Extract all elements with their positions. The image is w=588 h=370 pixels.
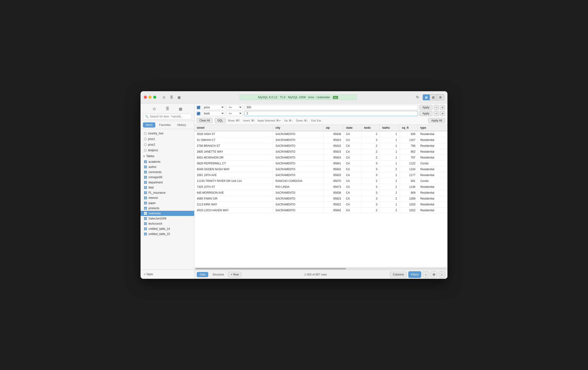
cell-baths: 1 [380,143,399,149]
table-row[interactable]: 2796 BRANCH STSACRAMENTO95815CA21796Resi… [194,143,447,149]
filter2-op-select[interactable]: >= [227,111,243,116]
table-row[interactable]: 6048 OGDEN NASH WAYSACRAMENTO95842CA3211… [194,166,447,172]
refresh-icon[interactable]: ↻ [414,94,421,101]
filter2-value-input[interactable] [244,111,418,116]
table-row[interactable]: 2113 KIRK WAYSACRAMENTO95822CA311020Resi… [194,202,447,207]
cell-baths: 1 [380,155,399,161]
prev-page-button[interactable]: ‹ [423,271,429,278]
cell-zip: 95824 [324,155,344,161]
filter1-checkbox[interactable] [197,106,200,109]
database-icon[interactable]: 🗄 [168,94,175,100]
table-row[interactable]: 2805 JANETTE WAYSACRAMENTO95815CA21852Re… [194,149,447,155]
filter2-apply-button[interactable]: Apply [419,111,432,116]
sidebar-tabs: Items Favorites History [141,121,194,129]
filter2-field-select[interactable]: beds [202,111,225,116]
sidebar-item-department[interactable]: department [141,180,194,185]
sidebar-item-academic[interactable]: academic [141,159,194,164]
table-row[interactable]: 51 OMAHA CTSACRAMENTO95823CA311167Reside… [194,137,447,143]
columns-button[interactable]: Columns [390,272,407,277]
sidebar-item-testproc[interactable]: ⬡ testproc [141,147,194,153]
cell-city: SACRAMENTO [273,172,323,178]
sidebar-item-SalesJan2009[interactable]: SalesJan2009 [141,216,194,221]
sidebar-item-proc2[interactable]: ⬡ proc2 [141,142,194,147]
search-input[interactable] [150,115,190,118]
view-toggle-icon2[interactable]: ▤ [430,95,437,100]
scroll-thumb[interactable] [195,268,346,269]
filter2-checkbox[interactable] [197,112,200,115]
grid-icon[interactable]: ▦ [178,106,184,112]
navigate-up-icon[interactable]: ⊙ [151,106,158,112]
cell-sq_ft: 852 [399,149,418,155]
filter1-value-input[interactable] [244,105,418,110]
table-row[interactable]: 645 MORRISON AVESACRAMENTO95838CA32909Re… [194,190,447,196]
section-arrow: ▼ [143,155,145,158]
search-box[interactable]: 🔍 [143,114,192,119]
maximize-button[interactable] [153,96,156,99]
apply-all-button[interactable]: Apply All [428,118,445,123]
horizontal-scrollbar[interactable] [194,267,447,270]
clear-all-button[interactable]: Clear All [197,118,212,123]
table-row[interactable]: 6001 MCMAHON DRSACRAMENTO95824CA21797Res… [194,155,447,161]
table-view-icon[interactable]: ▦ [176,94,182,100]
sidebar-item-techcrunch[interactable]: techcrunch [141,221,194,226]
filters-button[interactable]: Filters [408,271,421,278]
col-header-city[interactable]: city [273,125,323,131]
col-header-beds[interactable]: beds [362,125,380,131]
scroll-track [195,268,447,269]
sidebar-item-paper[interactable]: paper [141,200,194,206]
filter2-remove-button[interactable]: − [434,111,439,116]
minimize-button[interactable] [148,96,152,99]
sidebar-item-country_hos[interactable]: ⬡ country_hos [141,131,194,136]
col-header-type[interactable]: type [418,125,447,131]
view-toggle-icon3[interactable]: ⊞ [437,95,444,100]
filter1-remove-button[interactable]: − [434,105,439,110]
filter1-apply-button[interactable]: Apply [419,105,432,110]
navigate-icon[interactable]: ⊙ [161,94,167,100]
tab-favorites[interactable]: Favorites [156,122,173,128]
col-header-sq_ft[interactable]: sq_ft [399,125,418,131]
tables-section[interactable]: ▼ Tables [141,153,194,159]
sidebar-item-crimejan06[interactable]: crimejan06 [141,175,194,180]
tab-structure[interactable]: Structure [210,272,227,277]
next-page-button[interactable]: › [439,271,445,278]
sidebar-item-realestate[interactable]: realestate [141,211,194,216]
filter1-field-select[interactable]: price [202,105,225,110]
col-header-state[interactable]: state [343,125,361,131]
sidebar-item-proc1[interactable]: ⬡ proc1 [141,136,194,142]
table-row[interactable]: 7325 10TH STRIO LINDA95673CA321146Reside… [194,184,447,190]
add-table-button[interactable]: + Table [143,272,192,277]
table-row[interactable]: 5828 PEPPERMILL CTSACRAMENTO95841CA31112… [194,161,447,166]
filter2-add-button[interactable]: + [440,111,445,116]
add-row-button[interactable]: + Row [228,272,241,277]
tab-data[interactable]: Data [197,272,208,277]
sidebar-item-products[interactable]: products [141,206,194,211]
view-toggle-icon1[interactable]: ▦ [423,95,430,100]
col-header-baths[interactable]: baths [380,125,399,131]
col-header-zip[interactable]: zip [324,125,344,131]
sidebar-item-field[interactable]: field [141,185,194,190]
sidebar-item-FL_insurance[interactable]: FL_insurance [141,190,194,195]
table-icon [144,186,147,189]
filter1-op-select[interactable]: >= [227,105,243,110]
sidebar-item-author[interactable]: author [141,164,194,170]
table-row[interactable]: 4533 LOCH HAVEN WAYSACRAMENTO95842CA2210… [194,207,447,213]
table-row[interactable]: 4085 FAWN CIRSACRAMENTO95823CA321289Resi… [194,196,447,202]
sidebar-item-interest[interactable]: interest [141,195,194,200]
settings-icon[interactable]: ⚙ [430,271,437,278]
filter1-add-button[interactable]: + [440,105,445,110]
sidebar-item-comments[interactable]: comments [141,170,194,175]
cell-type: Residential [418,149,447,155]
sidebar-item-untitled_table_14[interactable]: untitled_table_14 [141,226,194,231]
close-button[interactable] [144,96,147,99]
db-icon[interactable]: 🗄 [164,106,170,112]
table-row[interactable]: 3526 HIGH STSACRAMENTO95838CA21836Reside… [194,131,447,137]
col-header-street[interactable]: street [194,125,273,131]
tab-history[interactable]: History [175,122,189,128]
cell-sq_ft: 796 [399,143,418,149]
table-body: 3526 HIGH STSACRAMENTO95838CA21836Reside… [194,131,447,213]
sql-button[interactable]: SQL [215,118,226,123]
table-row[interactable]: 11150 TRINITY RIVER DR Unit 114RANCHO CO… [194,178,447,184]
table-row[interactable]: 2561 19TH AVESACRAMENTO95820CA311177Resi… [194,172,447,178]
tab-items[interactable]: Items [143,122,155,128]
sidebar-item-untitled_table_15[interactable]: untitled_table_15 [141,231,194,237]
